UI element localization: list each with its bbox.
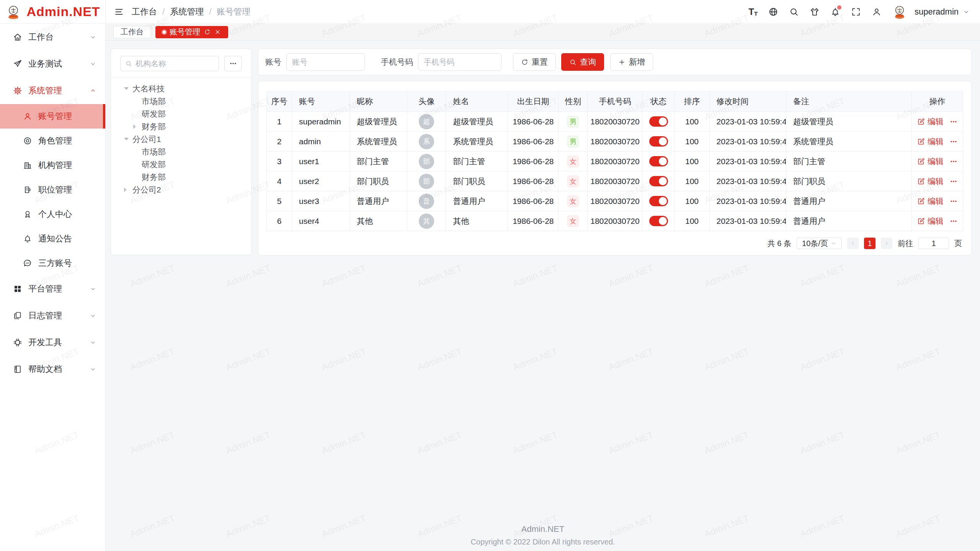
status-toggle[interactable] xyxy=(649,156,668,166)
tab-workbench[interactable]: 工作台 xyxy=(113,26,151,38)
edit-icon xyxy=(917,138,925,145)
org-search-input[interactable] xyxy=(136,59,214,68)
page-size-select[interactable]: 10条/页 xyxy=(797,238,842,249)
query-button[interactable]: 查询 xyxy=(561,53,604,71)
goto-page-input[interactable] xyxy=(918,238,949,249)
goto-label: 前往 xyxy=(898,238,913,249)
building-icon xyxy=(23,161,32,170)
edit-button[interactable]: 编辑 xyxy=(917,136,944,147)
reset-button[interactable]: 重置 xyxy=(513,53,556,71)
tree-node[interactable]: 分公司2 xyxy=(120,183,242,196)
fullscreen-icon[interactable] xyxy=(851,7,861,17)
sidebar-item-business-test[interactable]: 业务测试 xyxy=(0,51,105,77)
tree-node[interactable]: 分公司1 xyxy=(120,133,242,145)
edit-button[interactable]: 编辑 xyxy=(917,196,944,207)
sidebar-item-workbench[interactable]: 工作台 xyxy=(0,24,105,51)
avatar: 其 xyxy=(419,214,434,229)
status-toggle[interactable] xyxy=(649,216,668,226)
user-avatar[interactable] xyxy=(892,5,907,19)
footer-title: Admin.NET xyxy=(106,524,980,534)
tree-node[interactable]: 市场部 xyxy=(120,145,242,158)
chevron-down-icon[interactable] xyxy=(963,9,969,15)
row-more-button[interactable] xyxy=(950,118,957,126)
caret-down-icon[interactable] xyxy=(124,138,132,140)
tree-node[interactable]: 研发部 xyxy=(120,158,242,171)
sidebar-item-platform-mgmt[interactable]: 平台管理 xyxy=(0,276,105,302)
cell-status xyxy=(642,132,675,152)
sidebar-item-account-mgmt[interactable]: 账号管理 xyxy=(0,104,105,129)
status-toggle[interactable] xyxy=(649,176,668,186)
language-icon[interactable] xyxy=(768,7,778,17)
tab-account-mgmt[interactable]: 账号管理 xyxy=(155,26,228,38)
sidebar-item-position-mgmt[interactable]: 职位管理 xyxy=(0,178,105,202)
sidebar-item-log-mgmt[interactable]: 日志管理 xyxy=(0,302,105,329)
column-header: 序号 xyxy=(267,91,292,112)
tree-node[interactable]: 市场部 xyxy=(120,95,242,108)
add-button[interactable]: 新增 xyxy=(610,53,653,71)
status-toggle[interactable] xyxy=(649,136,668,147)
theme-shirt-icon[interactable] xyxy=(810,7,820,17)
breadcrumb-item[interactable]: 工作台 xyxy=(132,6,157,18)
row-more-button[interactable] xyxy=(950,138,957,145)
sidebar-menu: 工作台 业务测试 系统管理 账号管理 角色管理 机构管理 职位管理 xyxy=(0,24,105,383)
more-dots-icon xyxy=(950,118,957,126)
status-toggle[interactable] xyxy=(649,196,668,206)
font-size-icon[interactable]: TT xyxy=(748,7,758,16)
logo-text: Admin.NET xyxy=(26,4,100,19)
current-page-button[interactable]: 1 xyxy=(864,238,875,249)
breadcrumb-item[interactable]: 系统管理 xyxy=(170,6,204,18)
status-toggle[interactable] xyxy=(649,116,668,127)
caret-right-icon[interactable] xyxy=(133,124,142,129)
tree-node-label: 市场部 xyxy=(142,96,166,107)
profile-icon[interactable] xyxy=(872,7,882,17)
column-header: 排序 xyxy=(675,91,709,112)
sidebar-item-third-account[interactable]: 三方账号 xyxy=(0,251,105,276)
next-page-button[interactable] xyxy=(881,238,892,249)
filter-bar: 账号 手机号码 重置 查询 新增 xyxy=(258,49,972,75)
sidebar-item-profile-center[interactable]: 个人中心 xyxy=(0,202,105,227)
avatar: 普 xyxy=(419,194,434,209)
search-icon[interactable] xyxy=(789,7,799,17)
tree-node[interactable]: 财务部 xyxy=(120,120,242,133)
phone-input[interactable] xyxy=(418,53,501,71)
row-more-button[interactable] xyxy=(950,197,957,205)
row-more-button[interactable] xyxy=(950,217,957,225)
cell-status xyxy=(642,211,675,231)
tree-node[interactable]: 大名科技 xyxy=(120,82,242,95)
tree-node-label: 研发部 xyxy=(142,109,166,119)
notification-bell-icon[interactable] xyxy=(830,7,840,17)
cell-phone: 18020030720 xyxy=(588,211,642,231)
edit-button[interactable]: 编辑 xyxy=(917,216,944,227)
caret-down-icon[interactable] xyxy=(124,87,132,90)
chat-bubble-icon xyxy=(23,259,32,268)
row-more-button[interactable] xyxy=(950,158,957,165)
refresh-icon[interactable] xyxy=(204,29,211,35)
account-input[interactable] xyxy=(286,53,365,71)
edit-button[interactable]: 编辑 xyxy=(917,156,944,167)
edit-button[interactable]: 编辑 xyxy=(917,116,944,127)
menu-collapse-icon[interactable] xyxy=(114,7,124,17)
cell-account: user2 xyxy=(292,171,350,191)
sidebar-item-role-mgmt[interactable]: 角色管理 xyxy=(0,129,105,153)
close-icon[interactable] xyxy=(214,29,221,35)
prev-page-button[interactable] xyxy=(847,238,859,249)
sidebar-item-dev-tools[interactable]: 开发工具 xyxy=(0,329,105,356)
cell-nickname: 系统管理员 xyxy=(350,132,407,152)
logo[interactable]: Admin.NET xyxy=(0,0,105,24)
tree-node[interactable]: 研发部 xyxy=(120,108,242,120)
home-icon xyxy=(13,33,22,42)
username[interactable]: superadmin xyxy=(915,7,959,17)
more-dots-icon xyxy=(229,60,237,67)
sidebar-item-notice[interactable]: 通知公告 xyxy=(0,227,105,251)
caret-right-icon[interactable] xyxy=(124,187,132,192)
cell-actions: 编辑 xyxy=(911,152,963,171)
sidebar-item-help-docs[interactable]: 帮助文档 xyxy=(0,356,105,383)
topbar: 工作台 / 系统管理 / 账号管理 TT xyxy=(106,0,980,24)
org-more-button[interactable] xyxy=(224,56,242,71)
edit-button[interactable]: 编辑 xyxy=(917,176,944,187)
sidebar-item-system-mgmt[interactable]: 系统管理 xyxy=(0,77,105,104)
tree-node[interactable]: 财务部 xyxy=(120,171,242,183)
sidebar-item-org-mgmt[interactable]: 机构管理 xyxy=(0,153,105,178)
row-more-button[interactable] xyxy=(950,178,957,185)
chevron-down-icon xyxy=(831,241,836,246)
